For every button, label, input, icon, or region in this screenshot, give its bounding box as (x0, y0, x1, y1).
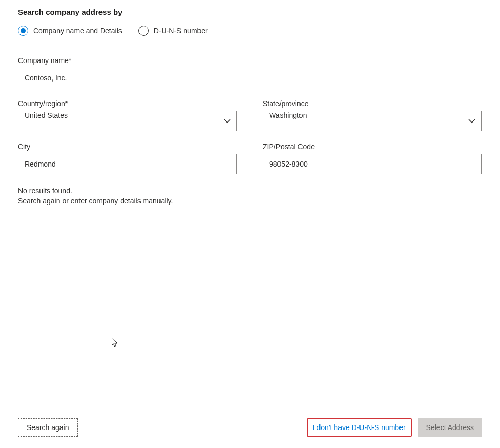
radio-label: Company name and Details (33, 27, 122, 35)
country-select[interactable]: United States (18, 111, 237, 131)
country-field: Country/region* United States (18, 99, 237, 131)
search-by-radio-group: Company name and Details D-U-N-S number (18, 26, 482, 36)
radio-duns-number[interactable]: D-U-N-S number (138, 26, 208, 36)
search-again-button[interactable]: Search again (18, 418, 78, 437)
radio-icon-unselected (138, 26, 149, 36)
state-field: State/province Washington (263, 99, 482, 131)
status-line-1: No results found. (18, 186, 482, 196)
radio-label: D-U-N-S number (154, 27, 208, 35)
radio-company-details[interactable]: Company name and Details (18, 26, 122, 36)
select-address-button[interactable]: Select Address (418, 418, 482, 437)
zip-field: ZIP/Postal Code (263, 142, 482, 174)
section-heading: Search company address by (18, 8, 482, 16)
status-message: No results found. Search again or enter … (18, 186, 482, 207)
zip-input[interactable] (263, 154, 482, 174)
footer-right-buttons: I don't have D-U-N-S number Select Addre… (307, 418, 482, 437)
radio-icon-selected (18, 26, 28, 36)
status-line-2: Search again or enter company details ma… (18, 196, 482, 206)
state-label: State/province (263, 99, 482, 108)
city-field: City (18, 142, 237, 174)
zip-label: ZIP/Postal Code (263, 142, 482, 151)
city-label: City (18, 142, 237, 151)
company-name-label: Company name* (18, 56, 482, 65)
country-label: Country/region* (18, 99, 237, 108)
state-select[interactable]: Washington (263, 111, 482, 131)
company-name-field: Company name* (18, 56, 482, 88)
footer-actions: Search again I don't have D-U-N-S number… (18, 418, 482, 440)
no-duns-button[interactable]: I don't have D-U-N-S number (307, 418, 412, 437)
city-input[interactable] (18, 154, 237, 174)
cursor-icon (112, 338, 120, 349)
company-name-input[interactable] (18, 68, 482, 88)
